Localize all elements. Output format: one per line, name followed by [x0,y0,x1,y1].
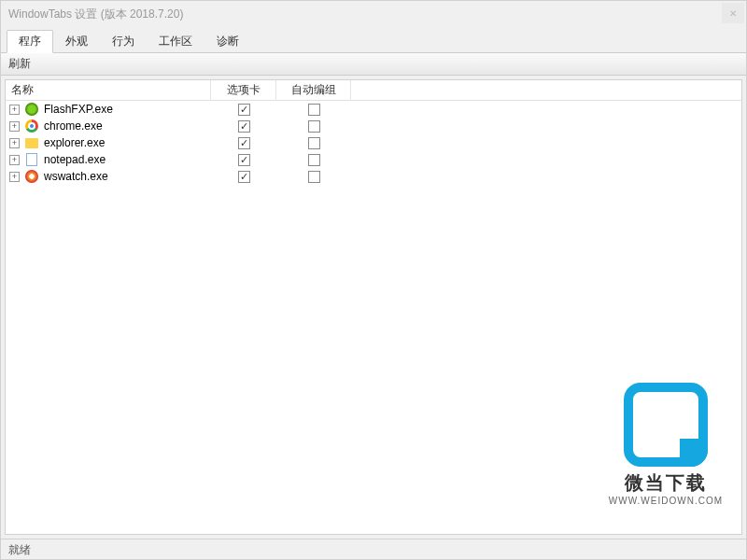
close-button[interactable]: ✕ [722,3,744,23]
content-area: 名称 选项卡 自动编组 + FlashFXP.exe ✓ + chrome.ex… [5,79,742,535]
flashfxp-icon [24,102,39,117]
tab-checkbox[interactable]: ✓ [238,104,250,116]
statusbar: 就绪 [1,539,746,559]
table-row[interactable]: + chrome.exe ✓ [6,118,741,134]
tab-checkbox[interactable]: ✓ [238,137,250,149]
refresh-button[interactable]: 刷新 [8,57,31,70]
table-row[interactable]: + FlashFXP.exe ✓ [6,101,741,118]
column-header-name[interactable]: 名称 [6,79,211,101]
table-row[interactable]: + wswatch.exe ✓ [6,168,741,185]
program-name: explorer.exe [44,136,105,149]
tab-checkbox[interactable]: ✓ [238,120,250,133]
tab-diagnostics[interactable]: 诊断 [204,30,251,53]
auto-checkbox[interactable] [308,171,320,183]
watermark-url: WWW.WEIDOWN.COM [609,496,723,506]
table-row[interactable]: + notepad.exe ✓ [6,151,741,168]
table-row[interactable]: + explorer.exe ✓ [6,134,741,151]
auto-checkbox[interactable] [308,120,320,133]
titlebar: WindowTabs 设置 (版本 2018.7.20) ✕ [1,1,746,27]
tab-behavior[interactable]: 行为 [100,30,147,53]
auto-checkbox[interactable] [308,137,320,149]
notepad-icon [24,152,39,167]
tab-programs[interactable]: 程序 [7,30,53,53]
toolbar: 刷新 [1,53,746,76]
watermark-text: 微当下载 [609,470,723,496]
column-header-tab[interactable]: 选项卡 [211,79,276,101]
expand-icon[interactable]: + [9,105,20,115]
auto-checkbox[interactable] [308,104,320,116]
program-name: wswatch.exe [44,170,108,183]
tab-checkbox[interactable]: ✓ [238,171,250,183]
tab-appearance[interactable]: 外观 [53,30,100,53]
expand-icon[interactable]: + [9,138,20,148]
close-icon: ✕ [729,8,737,19]
chrome-icon [24,119,39,133]
wswatch-icon [24,169,39,184]
window-title: WindowTabs 设置 (版本 2018.7.20) [8,7,183,22]
tab-checkbox[interactable]: ✓ [238,154,250,166]
program-name: chrome.exe [44,119,103,133]
watermark: 微当下载 WWW.WEIDOWN.COM [609,383,723,506]
expand-icon[interactable]: + [9,172,20,182]
program-name: FlashFXP.exe [44,103,113,116]
column-header-auto[interactable]: 自动编组 [276,79,351,101]
program-name: notepad.exe [44,153,106,166]
settings-window: WindowTabs 设置 (版本 2018.7.20) ✕ 程序 外观 行为 … [0,0,747,560]
status-text: 就绪 [8,543,31,556]
program-list: + FlashFXP.exe ✓ + chrome.exe ✓ + [6,101,741,185]
tab-workspace[interactable]: 工作区 [147,30,204,53]
main-tabs: 程序 外观 行为 工作区 诊断 [1,27,746,53]
expand-icon[interactable]: + [9,155,20,165]
explorer-icon [24,135,39,150]
auto-checkbox[interactable] [308,154,320,166]
table-header: 名称 选项卡 自动编组 [6,80,741,101]
expand-icon[interactable]: + [9,121,20,132]
watermark-logo-icon [624,383,708,467]
